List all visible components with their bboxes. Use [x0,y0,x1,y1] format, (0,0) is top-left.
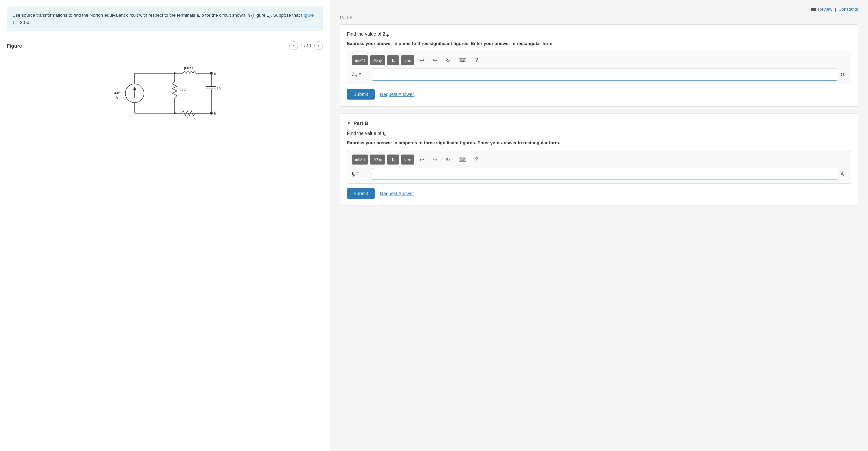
review-constants: Review | Constants [811,7,858,12]
problem-statement: Use source transformations to find the N… [7,7,323,31]
part-a-unit: Ω [841,72,846,77]
part-b-toolbar: ■5√□ ΑΣφ ⇅ vec ↩ ↪ ↻ ⌨ ? [352,155,846,165]
page-indicator: 1 of 1 [301,43,312,48]
part-b-answer-row: IN = A [352,168,846,180]
svg-text:j60 Ω: j60 Ω [184,66,193,70]
constants-label[interactable]: Constants [838,7,858,12]
part-b-math-editor: ■5√□ ΑΣφ ⇅ vec ↩ ↪ ↻ ⌨ ? IN = A [347,151,851,184]
part-a-instruction: Express your answer in ohms to three sig… [347,40,851,47]
left-panel: Use source transformations to find the N… [0,0,330,451]
part-b-action-row: Submit Request Answer [347,188,851,199]
part-b-request-answer-button[interactable]: Request Answer [380,191,414,196]
radical-btn-b[interactable]: ■5√□ [352,155,368,165]
separator: | [835,7,836,12]
svg-marker-2 [133,87,136,90]
part-b-instruction: Express your answer in amperes to three … [347,139,851,146]
arrows-btn-a[interactable]: ⇅ [387,55,399,65]
svg-text:b: b [214,111,216,116]
keyboard-btn-a[interactable]: ⌨ [455,55,470,65]
figure-title: Figure [7,43,22,49]
figure-nav: ‹ 1 of 1 › [289,41,323,50]
circuit-diagram: 4/0° A 50 Ω j60 Ω [108,57,221,130]
part-a-section: Find the value of ZN. Express your answe… [340,24,858,106]
svg-point-28 [174,72,176,74]
part-a-answer-label: ZN = [352,72,369,78]
svg-point-21 [210,72,213,75]
part-a-toolbar: ■5√□ ΑΣφ ⇅ vec ↩ ↪ ↻ ⌨ ? [352,55,846,65]
part-a-submit-button[interactable]: Submit [347,89,375,100]
refresh-btn-b[interactable]: ↻ [442,155,453,165]
svg-text:R: R [185,116,188,120]
radical-btn-a[interactable]: ■5√□ [352,55,368,65]
svg-point-29 [174,112,176,114]
greek-btn-b[interactable]: ΑΣφ [370,155,385,165]
top-bar: Review | Constants [340,7,858,12]
part-b-triangle-icon: ▼ [347,121,351,126]
part-b-answer-label: IN = [352,171,369,177]
right-panel: Review | Constants Part A Find the value… [330,0,868,451]
vec-btn-b[interactable]: vec [401,155,414,165]
refresh-btn-a[interactable]: ↻ [442,55,453,65]
svg-text:a: a [214,71,216,75]
part-a-answer-row: ZN = Ω [352,69,846,80]
part-a-answer-input[interactable] [372,69,837,80]
part-a-find-text: Find the value of ZN. [347,31,851,38]
part-b-find-text: Find the value of IN. [347,131,851,137]
undo-btn-b[interactable]: ↩ [416,155,427,165]
part-b-section: ▼ Part B Find the value of IN. Express y… [340,113,858,206]
part-b-submit-button[interactable]: Submit [347,188,375,199]
undo-btn-a[interactable]: ↩ [416,55,427,65]
prev-figure-button[interactable]: ‹ [289,41,298,50]
redo-btn-b[interactable]: ↪ [429,155,440,165]
svg-text:A: A [115,95,118,100]
help-btn-b[interactable]: ? [472,155,481,165]
part-a-action-row: Submit Request Answer [347,89,851,100]
help-btn-a[interactable]: ? [472,55,481,65]
next-figure-button[interactable]: › [314,41,323,50]
svg-text:50 Ω: 50 Ω [179,88,187,92]
part-b-unit: A [841,171,846,176]
review-icon [811,8,816,11]
redo-btn-a[interactable]: ↪ [429,55,440,65]
figure-header: Figure ‹ 1 of 1 › [7,38,323,50]
keyboard-btn-b[interactable]: ⌨ [455,155,470,165]
part-a-top-label: Part A [340,15,858,20]
part-a-math-editor: ■5√□ ΑΣφ ⇅ vec ↩ ↪ ↻ ⌨ ? ZN = Ω [347,52,851,84]
figure-section: Figure ‹ 1 of 1 › 4/0° A [7,38,323,130]
problem-text: Use source transformations to find the N… [12,13,301,18]
part-a-request-answer-button[interactable]: Request Answer [380,92,414,97]
svg-text:−j100 Ω: −j100 Ω [213,86,221,91]
part-b-label: Part B [353,120,368,126]
part-b-answer-input[interactable] [372,168,837,180]
review-label[interactable]: Review [818,7,832,12]
svg-text:4/0°: 4/0° [114,91,121,95]
greek-btn-a[interactable]: ΑΣφ [370,55,385,65]
arrows-btn-b[interactable]: ⇅ [387,155,399,165]
vec-btn-a[interactable]: vec [401,55,414,65]
part-b-header[interactable]: ▼ Part B [347,120,851,126]
problem-suffix: = 30 Ω. [15,20,31,25]
